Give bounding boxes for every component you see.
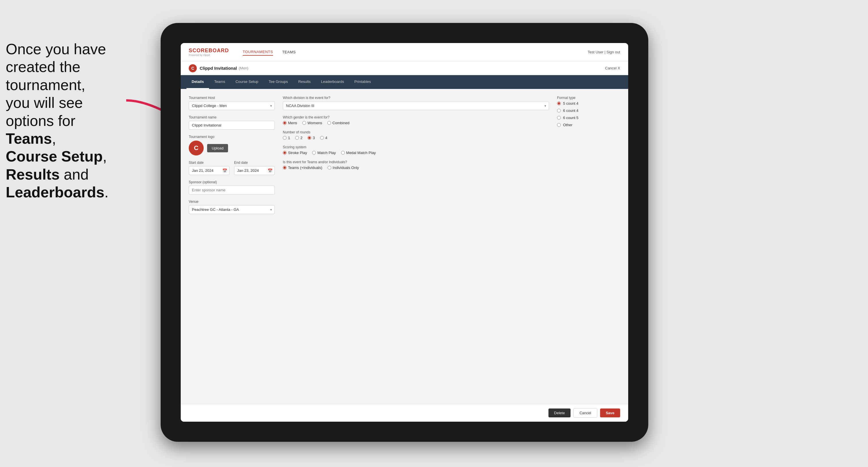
tab-details[interactable]: Details [186, 75, 209, 89]
tablet-device: SCOREBOARD Powered by clippd TOURNAMENTS… [161, 23, 648, 442]
col-middle: Which division is the event for? NCAA Di… [283, 96, 549, 397]
nav-tournaments[interactable]: TOURNAMENTS [243, 49, 273, 56]
breadcrumb-sub: (Men) [239, 66, 248, 70]
format-5count4[interactable]: 5 count 4 [557, 101, 620, 105]
scoring-radio-group: Stroke Play Match Play Medal Match Play [283, 151, 549, 155]
end-date-icon: 📅 [268, 168, 273, 173]
gender-radio-group: Mens Womens Combined [283, 121, 549, 125]
tournament-name-group: Tournament name [189, 115, 275, 130]
start-date-icon: 📅 [222, 168, 227, 173]
event-for-radio-group: Teams (+Individuals) Individuals Only [283, 165, 549, 170]
nav-teams[interactable]: TEAMS [282, 49, 296, 55]
division-label: Which division is the event for? [283, 96, 549, 100]
tablet-screen: SCOREBOARD Powered by clippd TOURNAMENTS… [181, 43, 628, 422]
tab-printables[interactable]: Printables [349, 75, 376, 89]
sponsor-group: Sponsor (optional) [189, 180, 275, 194]
scoring-stroke[interactable]: Stroke Play [283, 151, 307, 155]
tab-teams[interactable]: Teams [209, 75, 230, 89]
gender-label: Which gender is the event for? [283, 115, 549, 119]
tab-course-setup[interactable]: Course Setup [230, 75, 264, 89]
division-group: Which division is the event for? NCAA Di… [283, 96, 549, 110]
gender-womens[interactable]: Womens [302, 121, 322, 125]
sponsor-label: Sponsor (optional) [189, 180, 275, 184]
user-info[interactable]: Test User | Sign out [588, 50, 620, 54]
rounds-4[interactable]: 4 [320, 136, 327, 140]
rounds-3[interactable]: 3 [308, 136, 315, 140]
logo-circle: C [189, 141, 204, 155]
col-left: Tournament Host Clippd College - Men Tou… [189, 96, 275, 397]
tab-tee-groups[interactable]: Tee Groups [263, 75, 293, 89]
tournament-host-select[interactable]: Clippd College - Men [189, 101, 275, 110]
delete-button[interactable]: Delete [549, 408, 571, 417]
event-teams[interactable]: Teams (+Individuals) [283, 165, 322, 170]
tournament-name-label: Tournament name [189, 115, 275, 119]
gender-group: Which gender is the event for? Mens Wome… [283, 115, 549, 125]
tournament-logo-label: Tournament logo [189, 135, 275, 139]
tournament-host-group: Tournament Host Clippd College - Men [189, 96, 275, 110]
upload-button[interactable]: Upload [207, 144, 228, 152]
gender-combined[interactable]: Combined [327, 121, 349, 125]
scoring-group: Scoring system Stroke Play Match Play Me… [283, 145, 549, 155]
event-individuals[interactable]: Individuals Only [328, 165, 359, 170]
logo-area: SCOREBOARD Powered by clippd [189, 48, 229, 57]
form-area: Tournament Host Clippd College - Men Tou… [181, 89, 628, 404]
end-date-label: End date [234, 161, 275, 165]
logo-title: SCOREBOARD [189, 48, 229, 54]
end-date-group: End date 📅 [234, 161, 275, 175]
breadcrumb-title: Clippd Invitational [199, 66, 237, 70]
cancel-button-footer[interactable]: Cancel [574, 408, 597, 418]
format-6count4[interactable]: 6 count 4 [557, 108, 620, 113]
start-date-group: Start date 📅 [189, 161, 229, 175]
rounds-1[interactable]: 1 [283, 136, 290, 140]
tournament-host-label: Tournament Host [189, 96, 275, 100]
format-type-label: Format type [557, 96, 620, 100]
footer-bar: Delete Cancel Save [181, 404, 628, 422]
top-nav: SCOREBOARD Powered by clippd TOURNAMENTS… [181, 43, 628, 61]
scoring-label: Scoring system [283, 145, 549, 149]
format-radio-group: 5 count 4 6 count 4 6 count 5 Other [557, 101, 620, 127]
col-right: Format type 5 count 4 6 count 4 6 count … [557, 96, 620, 397]
event-for-group: Is this event for Teams and/or Individua… [283, 160, 549, 170]
division-select[interactable]: NCAA Division III [283, 101, 549, 110]
cancel-button[interactable]: Cancel X [605, 66, 620, 70]
breadcrumb-bar: C Clippd Invitational (Men) Cancel X [181, 61, 628, 75]
gender-mens[interactable]: Mens [283, 121, 297, 125]
logo-sub: Powered by clippd [189, 54, 229, 57]
logo-upload-row: C Upload [189, 141, 275, 155]
scoring-match[interactable]: Match Play [312, 151, 336, 155]
venue-group: Venue Peachtree GC - Atlanta - GA [189, 200, 275, 214]
format-other[interactable]: Other [557, 123, 620, 127]
format-6count5[interactable]: 6 count 5 [557, 116, 620, 120]
format-type-group: Format type 5 count 4 6 count 4 6 count … [557, 96, 620, 127]
instruction-text: Once you have created the tournament, yo… [6, 40, 126, 201]
date-group: Start date 📅 End date 📅 [189, 161, 275, 175]
tabs-bar: Details Teams Course Setup Tee Groups Re… [181, 75, 628, 89]
rounds-2[interactable]: 2 [295, 136, 302, 140]
tab-results[interactable]: Results [293, 75, 316, 89]
tab-leaderboards[interactable]: Leaderboards [316, 75, 349, 89]
start-date-label: Start date [189, 161, 229, 165]
save-button[interactable]: Save [600, 408, 620, 417]
tournament-name-input[interactable] [189, 121, 275, 130]
scoring-medal[interactable]: Medal Match Play [341, 151, 376, 155]
rounds-radio-group: 1 2 3 4 [283, 136, 549, 140]
main-content: Tournament Host Clippd College - Men Tou… [181, 89, 628, 422]
tournament-logo-group: Tournament logo C Upload [189, 135, 275, 155]
event-for-label: Is this event for Teams and/or Individua… [283, 160, 549, 164]
rounds-group: Number of rounds 1 2 3 [283, 130, 549, 140]
rounds-label: Number of rounds [283, 130, 549, 134]
sponsor-input[interactable] [189, 186, 275, 194]
venue-label: Venue [189, 200, 275, 204]
tournament-icon: C [189, 64, 197, 72]
venue-select[interactable]: Peachtree GC - Atlanta - GA [189, 205, 275, 214]
